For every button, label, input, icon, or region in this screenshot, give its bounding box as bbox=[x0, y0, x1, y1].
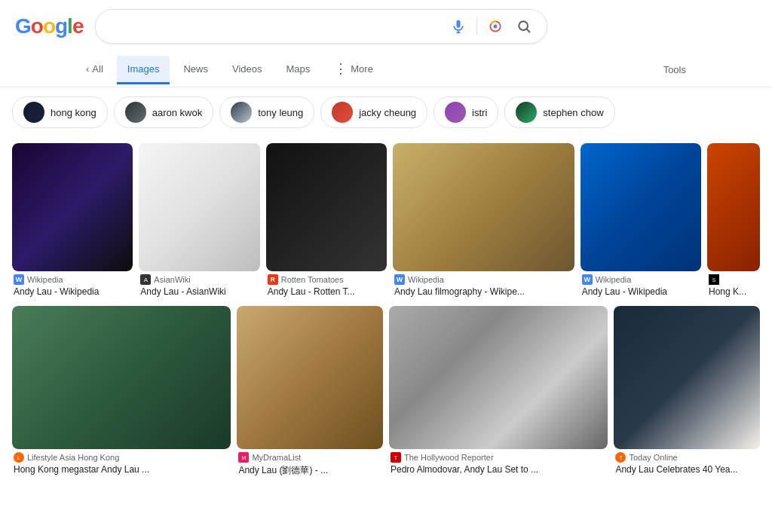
image-card-10[interactable]: T Today Online Andy Lau Celebrates 40 Ye… bbox=[614, 306, 760, 480]
image-card-2[interactable]: A AsianWiki Andy Lau - AsianWiki bbox=[139, 143, 259, 300]
image-6 bbox=[707, 143, 760, 271]
image-meta-5: W Wikipedia Andy Lau - Wikipedia bbox=[581, 271, 701, 300]
image-9 bbox=[389, 306, 608, 449]
avatar-stephen-chow bbox=[516, 102, 537, 123]
image-2 bbox=[139, 143, 259, 271]
image-card-1[interactable]: W Wikipedia Andy Lau - Wikipedia bbox=[12, 143, 133, 300]
source-line-6: S bbox=[709, 274, 758, 285]
tab-more[interactable]: ⋮ More bbox=[323, 53, 384, 87]
search-bar-container: andy lau bbox=[95, 9, 547, 44]
image-meta-10: T Today Online Andy Lau Celebrates 40 Ye… bbox=[614, 449, 760, 478]
logo-text: Google bbox=[15, 14, 83, 38]
image-card-8[interactable]: M MyDramaList Andy Lau (劉德華) - ... bbox=[237, 306, 383, 480]
chip-jacky-cheung-label: jacky cheung bbox=[359, 107, 416, 118]
chip-stephen-chow[interactable]: stephen chow bbox=[504, 96, 614, 128]
tab-images-label: Images bbox=[127, 63, 160, 75]
svg-line-6 bbox=[527, 29, 530, 32]
avatar-hong-kong bbox=[23, 102, 44, 123]
tools-button[interactable]: Tools bbox=[653, 57, 697, 83]
image-card-4[interactable]: W Wikipedia Andy Lau filmography - Wikip… bbox=[393, 143, 574, 300]
image-card-6[interactable]: S Hong K... bbox=[707, 143, 760, 300]
tab-videos-label: Videos bbox=[232, 63, 262, 75]
favicon-south: S bbox=[709, 274, 719, 285]
image-meta-9: T The Hollywood Reporter Pedro Almodovar… bbox=[389, 449, 608, 478]
dots-icon: ⋮ bbox=[334, 60, 348, 77]
chip-jacky-cheung[interactable]: jacky cheung bbox=[320, 96, 427, 128]
image-title-8: Andy Lau (劉德華) - ... bbox=[238, 464, 381, 477]
source-line-1: W Wikipedia bbox=[14, 274, 131, 285]
tab-all-label: All bbox=[92, 63, 103, 75]
search-bar: andy lau bbox=[95, 9, 547, 44]
image-meta-4: W Wikipedia Andy Lau filmography - Wikip… bbox=[393, 271, 574, 300]
source-line-3: R Rotten Tomatoes bbox=[268, 274, 385, 285]
avatar-aaron-kwok bbox=[125, 102, 146, 123]
source-name-8: MyDramaList bbox=[252, 453, 301, 462]
favicon-wikipedia-1: W bbox=[14, 274, 24, 285]
image-card-9[interactable]: T The Hollywood Reporter Pedro Almodovar… bbox=[389, 306, 608, 480]
image-8 bbox=[237, 306, 383, 449]
search-submit-icon[interactable] bbox=[513, 16, 535, 37]
image-meta-8: M MyDramaList Andy Lau (劉德華) - ... bbox=[237, 449, 383, 480]
source-line-4: W Wikipedia bbox=[394, 274, 573, 285]
source-line-9: T The Hollywood Reporter bbox=[391, 452, 606, 463]
image-title-6: Hong K... bbox=[709, 286, 758, 297]
chevron-left-icon: ‹ bbox=[86, 63, 89, 75]
image-title-3: Andy Lau - Rotten T... bbox=[268, 286, 385, 297]
source-name-3: Rotten Tomatoes bbox=[281, 275, 344, 284]
source-name-9: The Hollywood Reporter bbox=[404, 453, 494, 462]
favicon-hollywood-reporter: T bbox=[391, 452, 401, 463]
tab-maps-label: Maps bbox=[286, 63, 310, 75]
avatar-istri bbox=[445, 102, 466, 123]
chip-tony-leung-label: tony leung bbox=[258, 107, 303, 118]
image-card-5[interactable]: W Wikipedia Andy Lau - Wikipedia bbox=[581, 143, 701, 300]
image-title-7: Hong Kong megastar Andy Lau ... bbox=[14, 464, 229, 475]
google-logo[interactable]: Google bbox=[15, 14, 83, 38]
nav-tabs: ‹ All Images News Videos Maps ⋮ More Too… bbox=[0, 50, 772, 87]
favicon-wikipedia-5: W bbox=[582, 274, 593, 285]
divider bbox=[476, 17, 477, 35]
tab-all[interactable]: ‹ All bbox=[75, 56, 114, 84]
tab-maps[interactable]: Maps bbox=[275, 56, 320, 84]
image-card-3[interactable]: R Rotten Tomatoes Andy Lau - Rotten T... bbox=[266, 143, 387, 300]
microphone-icon[interactable] bbox=[448, 16, 469, 37]
chip-tony-leung[interactable]: tony leung bbox=[219, 96, 314, 128]
chip-istri[interactable]: istri bbox=[433, 96, 498, 128]
favicon-lifestyle-asia: L bbox=[14, 452, 24, 463]
source-name-1: Wikipedia bbox=[27, 275, 63, 284]
image-title-2: Andy Lau - AsianWiki bbox=[140, 286, 258, 297]
svg-point-4 bbox=[494, 25, 498, 29]
source-line-2: A AsianWiki bbox=[140, 274, 258, 285]
image-meta-3: R Rotten Tomatoes Andy Lau - Rotten T... bbox=[266, 271, 387, 300]
chip-hong-kong-label: hong kong bbox=[51, 107, 96, 118]
search-icons bbox=[448, 16, 535, 37]
image-meta-2: A AsianWiki Andy Lau - AsianWiki bbox=[139, 271, 259, 300]
image-4 bbox=[393, 143, 574, 271]
tab-news[interactable]: News bbox=[173, 56, 219, 84]
chip-aaron-kwok[interactable]: aaron kwok bbox=[114, 96, 213, 128]
source-line-10: T Today Online bbox=[615, 452, 758, 463]
chip-stephen-chow-label: stephen chow bbox=[543, 107, 603, 118]
source-name-2: AsianWiki bbox=[154, 275, 190, 284]
tab-news-label: News bbox=[183, 63, 208, 75]
source-name-7: Lifestyle Asia Hong Kong bbox=[27, 453, 119, 462]
image-card-7[interactable]: L Lifestyle Asia Hong Kong Hong Kong meg… bbox=[12, 306, 231, 480]
chip-hong-kong[interactable]: hong kong bbox=[12, 96, 108, 128]
image-title-4: Andy Lau filmography - Wikipe... bbox=[394, 286, 573, 297]
image-title-9: Pedro Almodovar, Andy Lau Set to ... bbox=[391, 464, 606, 475]
favicon-rottentomatoes: R bbox=[268, 274, 278, 285]
source-name-4: Wikipedia bbox=[408, 275, 444, 284]
image-title-1: Andy Lau - Wikipedia bbox=[14, 286, 131, 297]
image-1 bbox=[12, 143, 133, 271]
source-line-7: L Lifestyle Asia Hong Kong bbox=[14, 452, 229, 463]
chip-istri-label: istri bbox=[472, 107, 487, 118]
image-grid: W Wikipedia Andy Lau - Wikipedia A Asian… bbox=[0, 137, 772, 486]
image-title-10: Andy Lau Celebrates 40 Yea... bbox=[615, 464, 758, 475]
tab-videos[interactable]: Videos bbox=[222, 56, 273, 84]
image-row-2: L Lifestyle Asia Hong Kong Hong Kong meg… bbox=[12, 306, 760, 480]
search-input[interactable]: andy lau bbox=[108, 20, 440, 33]
image-5 bbox=[581, 143, 701, 271]
google-lens-icon[interactable] bbox=[485, 16, 506, 37]
tab-images[interactable]: Images bbox=[117, 56, 170, 84]
source-name-10: Today Online bbox=[629, 453, 677, 462]
chip-aaron-kwok-label: aaron kwok bbox=[152, 107, 202, 118]
